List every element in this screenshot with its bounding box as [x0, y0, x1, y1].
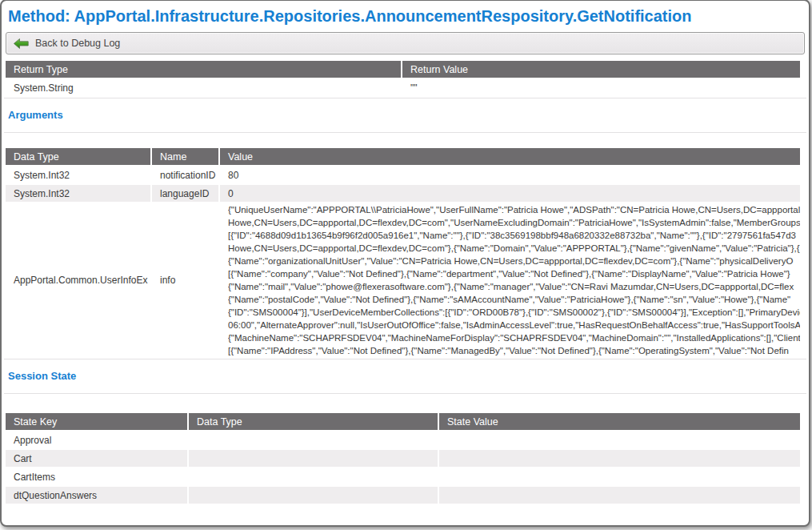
arguments-table: Data TypeNameValueSystem.Int32notificati…	[4, 147, 802, 359]
table-cell: dtQuestionAnswers	[6, 487, 187, 504]
table-cell: Approval	[6, 432, 187, 448]
column-header: Return Value	[402, 61, 800, 78]
table-cell: ""	[402, 79, 800, 96]
table-cell	[189, 450, 438, 467]
table-cell: languageID	[152, 185, 218, 202]
spacer	[4, 394, 806, 412]
table-row: dtQuestionAnswers	[6, 487, 800, 504]
table-cell: notificationID	[152, 167, 218, 183]
table-cell: System.Int32	[6, 185, 150, 202]
table-cell	[189, 432, 438, 448]
page-title: Method: AppPortal.Infrastructure.Reposit…	[4, 2, 806, 31]
column-header: Data Type	[6, 148, 150, 165]
debug-detail-window: Method: AppPortal.Infrastructure.Reposit…	[0, 0, 810, 527]
spacer	[4, 133, 806, 147]
column-header: Return Type	[6, 61, 401, 78]
back-to-debug-log-button[interactable]: Back to Debug Log	[6, 32, 805, 54]
table-row: System.Int32languageID0	[6, 185, 800, 202]
table-row: AppPortal.Common.UserInfoExinfo{"UniqueU…	[6, 203, 800, 357]
column-header: Value	[220, 148, 800, 165]
column-header: State Key	[6, 413, 187, 430]
table-cell: AppPortal.Common.UserInfoEx	[6, 203, 150, 357]
table-cell: System.Int32	[6, 167, 150, 183]
session-state-table: State KeyData TypeState ValueApprovalCar…	[4, 412, 802, 505]
session-state-section-label: Session State	[4, 359, 806, 394]
table-cell: 80	[220, 167, 800, 183]
column-header: Name	[152, 148, 218, 165]
back-button-label: Back to Debug Log	[35, 38, 120, 49]
table-cell	[189, 487, 438, 504]
table-row: System.String""	[6, 79, 800, 96]
table-cell	[189, 468, 438, 485]
table-row: Cart	[6, 450, 800, 467]
green-left-arrow-icon	[14, 38, 29, 49]
table-cell	[439, 487, 800, 504]
column-header: Data Type	[189, 413, 438, 430]
table-cell	[439, 468, 800, 485]
table-cell: System.String	[6, 79, 401, 96]
table-cell: {"UniqueUserName":"APPPORTAL\\PatriciaHo…	[220, 203, 800, 357]
table-cell: Cart	[6, 450, 187, 467]
table-cell: CartItems	[6, 468, 187, 485]
table-cell	[439, 432, 800, 448]
table-cell: 0	[220, 185, 800, 202]
table-cell: info	[152, 203, 218, 357]
return-table: Return TypeReturn ValueSystem.String""	[4, 59, 802, 98]
arguments-section-label: Arguments	[4, 98, 806, 133]
column-header: State Value	[439, 413, 800, 430]
table-row: Approval	[6, 432, 800, 448]
table-cell	[439, 450, 800, 467]
table-row: CartItems	[6, 468, 800, 485]
table-row: System.Int32notificationID80	[6, 167, 800, 183]
screenshot-stage: Method: AppPortal.Infrastructure.Reposit…	[0, 0, 812, 530]
